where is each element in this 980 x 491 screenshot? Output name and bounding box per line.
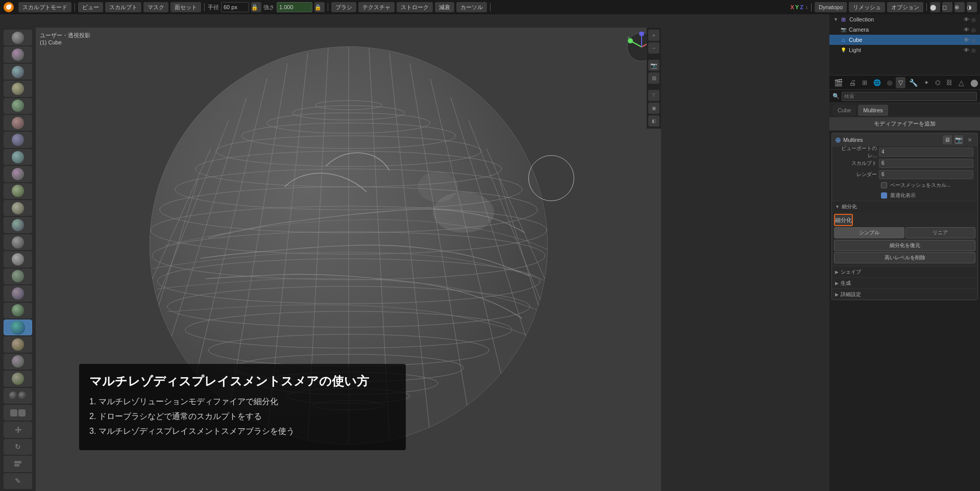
- object-tab[interactable]: ▽: [896, 77, 905, 88]
- rotate-gizmo-btn[interactable]: ↻: [4, 439, 32, 455]
- viewport-shading-btn[interactable]: ◑: [967, 2, 977, 12]
- modifier-tab[interactable]: 🔧: [906, 77, 920, 88]
- multiplane-scrape-btn[interactable]: [4, 303, 32, 318]
- cube-render[interactable]: ◎: [971, 37, 976, 43]
- clay-brush-btn[interactable]: [4, 46, 32, 62]
- strength-lock[interactable]: 🔒: [314, 2, 325, 12]
- output-tab[interactable]: 🖨: [846, 77, 859, 88]
- annotate-btn[interactable]: ✎: [4, 473, 32, 489]
- modifier-render-btn[interactable]: 📷: [954, 135, 963, 144]
- cube-visibility[interactable]: 👁: [964, 37, 969, 43]
- fill-btn[interactable]: [4, 268, 32, 284]
- multires-subtab[interactable]: Multires: [858, 105, 888, 116]
- material-tab[interactable]: ⬤: [968, 77, 980, 88]
- radius-input[interactable]: [221, 2, 249, 12]
- particles-tab[interactable]: ✦: [921, 77, 932, 88]
- light-visibility[interactable]: 👁: [964, 47, 969, 53]
- cursor-menu[interactable]: カーソル: [456, 2, 487, 12]
- display-wire-btn[interactable]: ◻: [942, 2, 952, 12]
- shape-section-header[interactable]: シェイプ: [832, 266, 977, 277]
- attenuate-menu[interactable]: 減衰: [435, 2, 454, 12]
- data-tab[interactable]: △: [956, 77, 967, 88]
- modifier-viewport-btn[interactable]: 🖥: [943, 135, 952, 144]
- texture-menu[interactable]: テクスチャ: [358, 2, 395, 12]
- search-input[interactable]: [842, 92, 977, 101]
- 3d-viewport[interactable]: ユーザー・透視投影 (1) Cube: [36, 28, 661, 491]
- stroke-menu[interactable]: ストローク: [397, 2, 433, 12]
- add-modifier-btn[interactable]: モディファイアーを追加: [829, 117, 980, 131]
- base-mesh-checkbox[interactable]: [881, 182, 887, 188]
- grab-btn[interactable]: [4, 132, 32, 148]
- options-btn[interactable]: オプション: [887, 2, 923, 12]
- sculpt-menu[interactable]: スカルプト: [105, 2, 141, 12]
- delete-higher-btn[interactable]: 高いレベルを削除: [834, 252, 975, 263]
- view-front-btn[interactable]: ▣: [648, 103, 659, 114]
- pose-btn[interactable]: [4, 183, 32, 199]
- inflate-btn[interactable]: [4, 115, 32, 131]
- world-tab[interactable]: ◎: [885, 77, 895, 88]
- collection-visibility[interactable]: 👁: [964, 16, 969, 22]
- advanced-section-header[interactable]: 詳細設定: [832, 288, 977, 300]
- render-level-value[interactable]: 6: [879, 170, 973, 179]
- radius-lock[interactable]: 🔒: [251, 2, 261, 12]
- subdivide-btn[interactable]: 細分化: [834, 214, 853, 226]
- constraints-tab[interactable]: ⛓: [944, 77, 955, 88]
- rotate-btn[interactable]: [4, 217, 32, 233]
- clay-strips-btn[interactable]: [4, 64, 32, 80]
- camera-visibility[interactable]: 👁: [964, 27, 969, 33]
- smooth-btn[interactable]: [4, 234, 32, 250]
- zoom-in-btn[interactable]: +: [648, 30, 659, 41]
- draw-brush-btn[interactable]: [4, 30, 32, 45]
- remesh-btn[interactable]: リメッシュ: [849, 2, 885, 12]
- collection-render[interactable]: ◎: [971, 17, 976, 22]
- light-render[interactable]: ◎: [971, 47, 976, 53]
- cloth-btn[interactable]: [4, 354, 32, 370]
- crease-btn[interactable]: [4, 81, 32, 96]
- simplify-btn[interactable]: [4, 371, 32, 386]
- blob-btn[interactable]: [4, 98, 32, 114]
- linear-btn[interactable]: リニア: [905, 227, 976, 238]
- view-menu[interactable]: ビュー: [78, 2, 103, 12]
- perspective-btn[interactable]: ⊠: [648, 72, 659, 84]
- box-mask-btn[interactable]: [4, 405, 32, 421]
- modifier-close-btn[interactable]: ×: [965, 135, 974, 144]
- strength-input[interactable]: 1.000: [277, 2, 312, 12]
- cube-subtab[interactable]: Cube: [832, 105, 856, 116]
- mask-draw-btn[interactable]: [4, 388, 32, 404]
- mask-menu[interactable]: マスク: [143, 2, 168, 12]
- camera-render[interactable]: ◎: [971, 27, 976, 33]
- zoom-out-btn[interactable]: −: [648, 42, 659, 54]
- sculpt-level-value[interactable]: 6: [879, 159, 973, 168]
- elastic-deform-btn[interactable]: [4, 336, 32, 352]
- thumb-btn[interactable]: [4, 166, 32, 182]
- simple-btn[interactable]: シンプル: [834, 227, 904, 238]
- brush-menu[interactable]: ブラシ: [331, 2, 356, 12]
- view-side-btn[interactable]: ◧: [648, 115, 659, 127]
- generate-section-header[interactable]: 生成: [832, 277, 977, 288]
- outliner-item-collection[interactable]: ▼ ⊞ Collection 👁 ◎: [829, 14, 980, 24]
- physics-tab[interactable]: ⌬: [933, 77, 943, 88]
- outliner-item-camera[interactable]: 📷 Camera 👁 ◎: [829, 24, 980, 35]
- scene-tab[interactable]: 🌐: [871, 77, 884, 88]
- display-lookat-btn[interactable]: ⊕: [954, 2, 965, 12]
- scale-gizmo-btn[interactable]: [4, 456, 32, 472]
- display-solid-btn[interactable]: ⬤: [930, 2, 940, 12]
- optimize-checkbox[interactable]: [881, 192, 887, 199]
- dynatopo-btn[interactable]: Dynatopo: [815, 2, 847, 12]
- view-top-btn[interactable]: ⊤: [648, 90, 659, 101]
- scrape-btn[interactable]: [4, 285, 32, 301]
- view-layer-tab[interactable]: ⊞: [860, 77, 870, 88]
- nudge-btn[interactable]: [4, 200, 32, 216]
- faceset-menu[interactable]: 面セット: [170, 2, 201, 12]
- flatten-btn[interactable]: [4, 251, 32, 267]
- unsubdivide-btn[interactable]: 細分化を復元: [834, 240, 975, 251]
- snake-hook-btn[interactable]: [4, 149, 32, 165]
- move-gizmo-btn[interactable]: ✛: [4, 422, 32, 437]
- viewport-level-value[interactable]: 4: [879, 148, 973, 157]
- render-tab[interactable]: 🎬: [831, 77, 845, 88]
- camera-view-btn[interactable]: 📷: [648, 60, 659, 71]
- outliner-item-light[interactable]: 💡 Light 👁 ◎: [829, 45, 980, 55]
- subdivision-section-header[interactable]: 細分化: [832, 201, 977, 212]
- pinch-btn[interactable]: [4, 320, 32, 335]
- mode-selector[interactable]: スカルプトモード: [18, 2, 71, 12]
